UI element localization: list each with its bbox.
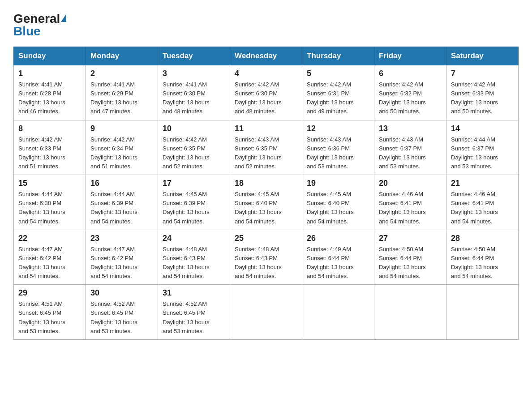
logo-text: General [13,13,67,25]
weekday-header-monday: Monday [86,47,158,65]
calendar-cell: 11 Sunrise: 4:43 AMSunset: 6:35 PMDaylig… [230,120,302,175]
calendar-week-row: 29 Sunrise: 4:51 AMSunset: 6:45 PMDaylig… [14,285,519,340]
day-number: 12 [307,124,369,133]
day-info: Sunrise: 4:49 AMSunset: 6:44 PMDaylight:… [307,246,354,279]
day-number: 31 [163,288,225,298]
day-info: Sunrise: 4:44 AMSunset: 6:37 PMDaylight:… [451,136,498,170]
day-info: Sunrise: 4:42 AMSunset: 6:33 PMDaylight:… [18,136,65,170]
calendar-cell: 19 Sunrise: 4:45 AMSunset: 6:40 PMDaylig… [302,175,374,230]
logo: General Blue [13,13,67,39]
day-info: Sunrise: 4:45 AMSunset: 6:39 PMDaylight:… [163,191,210,224]
header: General Blue [13,9,519,39]
calendar-week-row: 15 Sunrise: 4:44 AMSunset: 6:38 PMDaylig… [14,175,519,230]
logo-general: General [13,13,60,25]
day-number: 6 [379,69,442,78]
calendar-cell: 14 Sunrise: 4:44 AMSunset: 6:37 PMDaylig… [446,120,519,175]
weekday-header-friday: Friday [374,47,446,65]
day-info: Sunrise: 4:47 AMSunset: 6:42 PMDaylight:… [18,246,65,279]
calendar-cell: 18 Sunrise: 4:45 AMSunset: 6:40 PMDaylig… [230,175,302,230]
calendar-cell: 5 Sunrise: 4:42 AMSunset: 6:31 PMDayligh… [302,65,374,120]
day-info: Sunrise: 4:43 AMSunset: 6:36 PMDaylight:… [307,136,354,170]
weekday-header-tuesday: Tuesday [158,47,230,65]
day-number: 27 [379,234,442,243]
day-info: Sunrise: 4:42 AMSunset: 6:35 PMDaylight:… [163,136,210,170]
day-number: 4 [235,69,297,78]
weekday-header-sunday: Sunday [14,47,86,65]
day-number: 11 [235,124,297,133]
calendar-cell: 10 Sunrise: 4:42 AMSunset: 6:35 PMDaylig… [158,120,230,175]
calendar-cell: 12 Sunrise: 4:43 AMSunset: 6:36 PMDaylig… [302,120,374,175]
calendar-cell: 6 Sunrise: 4:42 AMSunset: 6:32 PMDayligh… [374,65,446,120]
calendar-cell: 8 Sunrise: 4:42 AMSunset: 6:33 PMDayligh… [14,120,86,175]
calendar-cell: 3 Sunrise: 4:41 AMSunset: 6:30 PMDayligh… [158,65,230,120]
day-number: 1 [18,69,81,78]
calendar-cell [302,285,374,340]
day-info: Sunrise: 4:45 AMSunset: 6:40 PMDaylight:… [235,191,282,224]
day-info: Sunrise: 4:44 AMSunset: 6:38 PMDaylight:… [18,191,65,224]
day-number: 5 [307,69,369,78]
calendar-cell: 16 Sunrise: 4:44 AMSunset: 6:39 PMDaylig… [86,175,158,230]
day-number: 2 [90,69,153,78]
calendar-cell: 22 Sunrise: 4:47 AMSunset: 6:42 PMDaylig… [14,230,86,285]
day-info: Sunrise: 4:42 AMSunset: 6:30 PMDaylight:… [235,81,282,115]
day-number: 15 [18,179,81,188]
logo-blue: Blue [13,24,41,39]
calendar-cell: 13 Sunrise: 4:43 AMSunset: 6:37 PMDaylig… [374,120,446,175]
day-info: Sunrise: 4:52 AMSunset: 6:45 PMDaylight:… [163,300,210,334]
day-number: 10 [163,124,225,133]
weekday-header-saturday: Saturday [446,47,519,65]
day-info: Sunrise: 4:42 AMSunset: 6:31 PMDaylight:… [307,81,354,115]
day-number: 17 [163,179,225,188]
day-info: Sunrise: 4:46 AMSunset: 6:41 PMDaylight:… [451,191,498,224]
day-number: 22 [18,234,81,243]
day-info: Sunrise: 4:47 AMSunset: 6:42 PMDaylight:… [90,246,137,279]
day-info: Sunrise: 4:42 AMSunset: 6:33 PMDaylight:… [451,81,498,115]
calendar-cell: 27 Sunrise: 4:50 AMSunset: 6:44 PMDaylig… [374,230,446,285]
calendar-cell: 26 Sunrise: 4:49 AMSunset: 6:44 PMDaylig… [302,230,374,285]
calendar-cell: 25 Sunrise: 4:48 AMSunset: 6:43 PMDaylig… [230,230,302,285]
calendar-week-row: 8 Sunrise: 4:42 AMSunset: 6:33 PMDayligh… [14,120,519,175]
day-number: 28 [451,234,514,243]
day-info: Sunrise: 4:41 AMSunset: 6:29 PMDaylight:… [90,81,137,115]
calendar-cell: 4 Sunrise: 4:42 AMSunset: 6:30 PMDayligh… [230,65,302,120]
day-number: 30 [90,288,153,298]
calendar-cell: 1 Sunrise: 4:41 AMSunset: 6:28 PMDayligh… [14,65,86,120]
calendar-week-row: 1 Sunrise: 4:41 AMSunset: 6:28 PMDayligh… [14,65,519,120]
day-number: 9 [90,124,153,133]
calendar-cell: 20 Sunrise: 4:46 AMSunset: 6:41 PMDaylig… [374,175,446,230]
calendar-cell: 9 Sunrise: 4:42 AMSunset: 6:34 PMDayligh… [86,120,158,175]
day-number: 8 [18,124,81,133]
day-info: Sunrise: 4:42 AMSunset: 6:32 PMDaylight:… [379,81,426,115]
day-number: 29 [18,288,81,298]
day-info: Sunrise: 4:48 AMSunset: 6:43 PMDaylight:… [235,246,282,279]
weekday-header-thursday: Thursday [302,47,374,65]
day-info: Sunrise: 4:50 AMSunset: 6:44 PMDaylight:… [451,246,498,279]
day-info: Sunrise: 4:50 AMSunset: 6:44 PMDaylight:… [379,246,426,279]
day-number: 23 [90,234,153,243]
weekday-header-wednesday: Wednesday [230,47,302,65]
calendar-cell: 7 Sunrise: 4:42 AMSunset: 6:33 PMDayligh… [446,65,519,120]
day-info: Sunrise: 4:43 AMSunset: 6:35 PMDaylight:… [235,136,282,170]
day-number: 25 [235,234,297,243]
day-info: Sunrise: 4:51 AMSunset: 6:45 PMDaylight:… [18,300,65,334]
calendar-cell [230,285,302,340]
calendar-cell: 17 Sunrise: 4:45 AMSunset: 6:39 PMDaylig… [158,175,230,230]
day-number: 26 [307,234,369,243]
calendar-table: SundayMondayTuesdayWednesdayThursdayFrid… [13,47,519,340]
day-number: 19 [307,179,369,188]
day-number: 13 [379,124,442,133]
logo-triangle-icon [61,14,66,22]
calendar-cell: 2 Sunrise: 4:41 AMSunset: 6:29 PMDayligh… [86,65,158,120]
calendar-cell: 21 Sunrise: 4:46 AMSunset: 6:41 PMDaylig… [446,175,519,230]
day-info: Sunrise: 4:41 AMSunset: 6:30 PMDaylight:… [163,81,210,115]
calendar-cell: 15 Sunrise: 4:44 AMSunset: 6:38 PMDaylig… [14,175,86,230]
day-info: Sunrise: 4:44 AMSunset: 6:39 PMDaylight:… [90,191,137,224]
day-number: 20 [379,179,442,188]
day-info: Sunrise: 4:41 AMSunset: 6:28 PMDaylight:… [18,81,65,115]
day-info: Sunrise: 4:45 AMSunset: 6:40 PMDaylight:… [307,191,354,224]
calendar-cell: 31 Sunrise: 4:52 AMSunset: 6:45 PMDaylig… [158,285,230,340]
calendar-cell: 28 Sunrise: 4:50 AMSunset: 6:44 PMDaylig… [446,230,519,285]
day-number: 3 [163,69,225,78]
calendar-week-row: 22 Sunrise: 4:47 AMSunset: 6:42 PMDaylig… [14,230,519,285]
day-number: 16 [90,179,153,188]
